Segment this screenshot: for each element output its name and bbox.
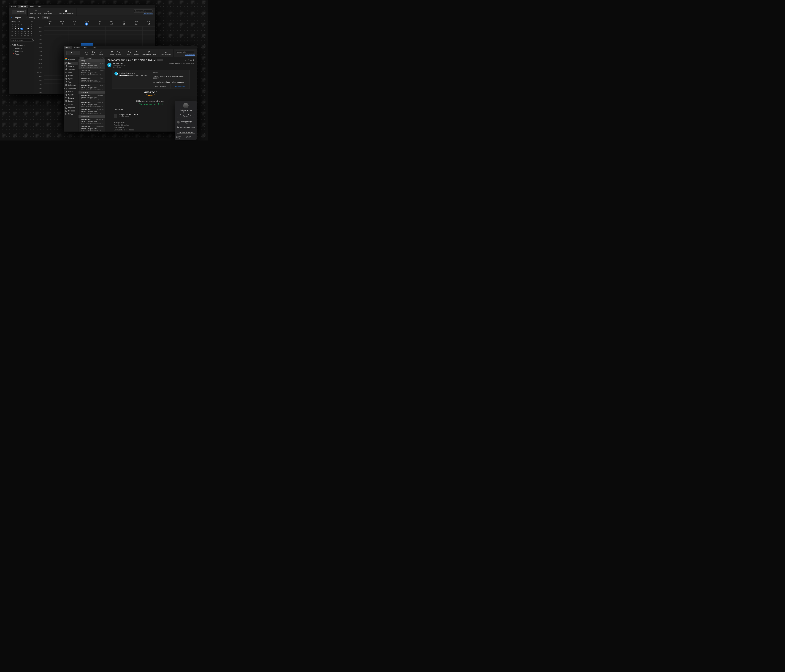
prev-month-button[interactable]: ‹ bbox=[25, 17, 25, 19]
time-cell[interactable] bbox=[44, 47, 56, 51]
mini-day[interactable]: 22 bbox=[20, 33, 23, 34]
calendar-item[interactable]: Tasks bbox=[10, 53, 33, 55]
day-column-header[interactable]: THU9 bbox=[93, 20, 105, 26]
mini-day[interactable]: 21 bbox=[17, 33, 20, 34]
folder-spam[interactable]: Spam bbox=[64, 77, 78, 80]
mini-day[interactable]: 8 bbox=[20, 28, 23, 30]
time-cell[interactable] bbox=[44, 63, 56, 67]
time-cell[interactable] bbox=[118, 39, 130, 43]
message-item[interactable]: WednesdayAmazon.comSubject Line goes her… bbox=[78, 118, 105, 125]
my-calendars-toggle[interactable]: ▾My Calendars bbox=[10, 44, 33, 46]
day-column-header[interactable]: SAT11 bbox=[118, 20, 130, 26]
sort-button[interactable]: ⇵ F↓ bbox=[100, 57, 104, 59]
meetings-search-input[interactable] bbox=[134, 10, 155, 12]
meetings-custom-search-link[interactable]: Custom Search bbox=[143, 13, 153, 14]
mini-day[interactable]: 24 bbox=[27, 33, 30, 34]
tab-meetings[interactable]: Meetings bbox=[72, 46, 82, 49]
message-group[interactable]: ▾Today bbox=[78, 59, 105, 62]
label-ui-team[interactable]: UI Team bbox=[64, 113, 78, 116]
message-group[interactable]: ▾Yesterday bbox=[78, 91, 105, 94]
time-cell[interactable] bbox=[105, 39, 118, 43]
time-cell[interactable] bbox=[44, 67, 56, 71]
reply-all-button[interactable]: Reply All bbox=[90, 50, 97, 56]
message-item[interactable]: WednesdayAmazon.comSubject Line goes her… bbox=[78, 125, 105, 131]
expand-icon[interactable]: ⇳ bbox=[188, 59, 189, 61]
people-search-input[interactable] bbox=[11, 39, 32, 41]
manage-account-button[interactable]: Manage your Google Account bbox=[177, 114, 195, 118]
time-cell[interactable] bbox=[56, 34, 69, 39]
move-to-button-1[interactable]: Move to bbox=[126, 50, 133, 56]
mini-day[interactable]: 4 bbox=[30, 25, 33, 28]
time-cell[interactable] bbox=[81, 27, 93, 30]
folder-inbox[interactable]: Inbox bbox=[64, 61, 78, 65]
time-cell[interactable] bbox=[44, 43, 56, 47]
time-cell[interactable] bbox=[68, 30, 81, 34]
mini-day[interactable]: 1 bbox=[30, 35, 33, 37]
folder-scheduled[interactable]: Scheduled bbox=[64, 83, 78, 87]
mini-day[interactable]: 13 bbox=[14, 30, 17, 32]
next-month-button[interactable]: › bbox=[26, 17, 27, 19]
show-details-link[interactable]: Show details bbox=[113, 66, 126, 68]
time-cell[interactable] bbox=[44, 55, 56, 59]
day-column-header[interactable]: MON6 bbox=[56, 20, 69, 26]
mini-day[interactable]: 29 bbox=[20, 35, 23, 37]
new-appointment-button[interactable]: New Appointment bbox=[30, 9, 42, 15]
folder-trash[interactable]: Trash bbox=[64, 80, 78, 83]
track-package-button[interactable]: Track Package bbox=[170, 84, 189, 89]
category-forums[interactable]: Forums bbox=[64, 96, 78, 100]
time-cell[interactable] bbox=[68, 27, 81, 30]
tab-keep[interactable]: Keep bbox=[28, 5, 36, 8]
filter-all-button[interactable]: All bbox=[80, 57, 84, 59]
time-cell[interactable] bbox=[44, 80, 56, 83]
delete-button[interactable]: Delete bbox=[109, 50, 115, 56]
hangout-button[interactable]: Create Hangout Meeting bbox=[57, 9, 74, 15]
view-calendar-button[interactable]: View in Calendar bbox=[151, 84, 170, 89]
day-column-header[interactable]: MON13 bbox=[142, 20, 155, 26]
message-item[interactable]: TodayAmazon.comSubject Line goes hereLor… bbox=[78, 62, 105, 69]
mail-custom-search-link[interactable]: Custom Search bbox=[185, 54, 195, 56]
mini-next-button[interactable]: › bbox=[32, 21, 33, 22]
time-cell[interactable] bbox=[44, 51, 56, 55]
mini-day[interactable]: 19 bbox=[11, 33, 14, 34]
mini-day[interactable]: 3 bbox=[27, 25, 30, 28]
reply-button[interactable]: Reply bbox=[84, 50, 89, 56]
mini-day[interactable]: 18 bbox=[30, 30, 33, 32]
time-cell[interactable] bbox=[56, 30, 69, 34]
message-item[interactable]: TodayAmazon.comSubject Line goes hereLor… bbox=[78, 77, 105, 84]
mini-day[interactable]: 31 bbox=[27, 35, 30, 37]
time-cell[interactable] bbox=[93, 39, 105, 43]
time-cell[interactable] bbox=[81, 34, 93, 39]
signout-button[interactable]: Sign out of all accounts bbox=[177, 131, 195, 134]
time-cell[interactable] bbox=[44, 30, 56, 34]
signature-button[interactable]: Mail Signature bbox=[161, 50, 172, 56]
tab-drive[interactable]: Drive bbox=[90, 46, 97, 49]
folder-starred[interactable]: Starred bbox=[64, 65, 78, 68]
mini-day[interactable]: 17 bbox=[27, 30, 30, 32]
chevron-down-icon[interactable]: ▾ bbox=[194, 102, 195, 104]
time-cell[interactable] bbox=[142, 30, 155, 34]
time-cell[interactable] bbox=[105, 30, 118, 34]
mini-day[interactable]: 9 bbox=[23, 28, 27, 30]
time-cell[interactable] bbox=[44, 34, 56, 39]
mail-search[interactable] bbox=[176, 50, 195, 54]
add-account-button[interactable]: Add another account bbox=[175, 125, 197, 130]
label-important[interactable]: Important bbox=[64, 106, 78, 109]
time-cell[interactable] bbox=[56, 27, 69, 30]
new-items-button[interactable]: New Items bbox=[66, 51, 80, 55]
time-cell[interactable] bbox=[93, 27, 105, 30]
mini-day[interactable]: 10 bbox=[27, 28, 30, 30]
time-cell[interactable] bbox=[81, 39, 93, 43]
privacy-policy-link[interactable]: Privacy Policy bbox=[176, 136, 185, 139]
category-social[interactable]: Social bbox=[64, 90, 78, 93]
time-cell[interactable] bbox=[118, 34, 130, 39]
time-cell[interactable] bbox=[118, 30, 130, 34]
labels-toggle[interactable]: ▾Labels bbox=[64, 103, 78, 106]
time-cell[interactable] bbox=[130, 27, 142, 30]
message-group[interactable]: ▾Wednesday bbox=[78, 115, 105, 118]
category-updates[interactable]: Updates bbox=[64, 93, 78, 96]
day-column-header[interactable]: SUN12 bbox=[130, 20, 142, 26]
time-cell[interactable] bbox=[142, 34, 155, 39]
time-cell[interactable] bbox=[44, 71, 56, 75]
day-column-header[interactable]: TUE7 bbox=[68, 20, 81, 26]
message-item[interactable]: YesterdayAmazon.comSubject Line goes her… bbox=[78, 94, 105, 101]
